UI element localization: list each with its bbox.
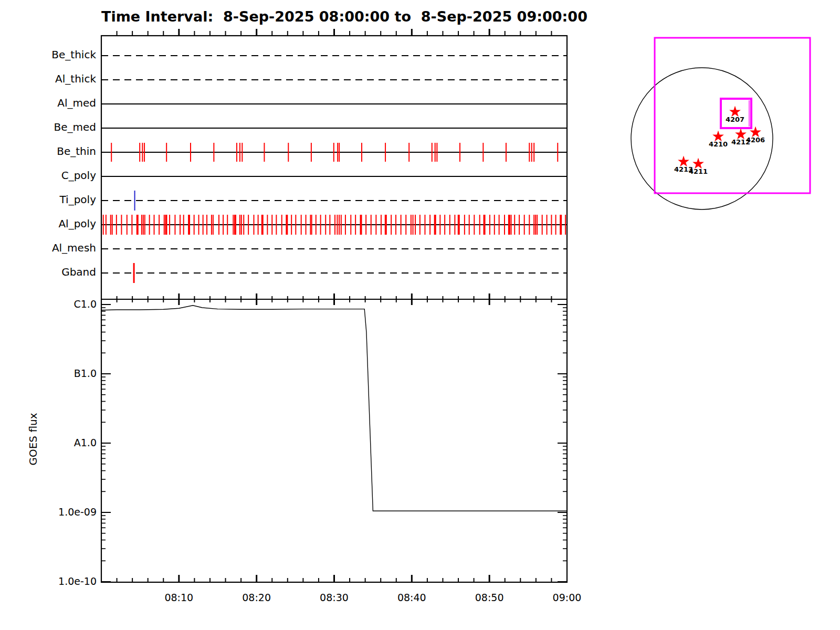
row-label-al_med: Al_med — [0, 97, 96, 109]
y-tick-label: B1.0 — [0, 368, 97, 380]
row-label-al_thick: Al_thick — [0, 73, 96, 85]
row-label-ti_poly: Ti_poly — [0, 194, 96, 206]
active-region-label-4207: 4207 — [720, 116, 750, 124]
screenshot-root: Time Interval: 8-Sep-2025 08:00:00 to 8-… — [0, 0, 840, 630]
y-tick-label: C1.0 — [0, 299, 97, 310]
x-tick-label: 08:30 — [311, 592, 358, 604]
row-label-al_mesh: Al_mesh — [0, 242, 96, 254]
y-tick-label: A1.0 — [0, 437, 97, 449]
row-label-be_thick: Be_thick — [0, 49, 96, 61]
row-label-gband: Gband — [0, 266, 96, 278]
y-tick-label: 1.0e-10 — [0, 576, 97, 587]
x-tick-label: 08:20 — [233, 592, 280, 604]
x-tick-label: 09:00 — [543, 592, 591, 604]
row-label-al_poly: Al_poly — [0, 218, 96, 230]
plot-canvas — [0, 0, 840, 630]
active-region-label-4211: 4211 — [684, 168, 713, 176]
x-tick-label: 08:40 — [388, 592, 435, 604]
row-label-be_med: Be_med — [0, 121, 96, 133]
row-label-be_thin: Be_thin — [0, 145, 96, 158]
active-region-label-4206: 4206 — [741, 136, 770, 144]
goes-flux-curve — [101, 306, 567, 511]
x-tick-label: 08:50 — [466, 592, 513, 604]
x-tick-label: 08:10 — [155, 592, 203, 604]
y-tick-label: 1.0e-09 — [0, 507, 97, 518]
row-label-c_poly: C_poly — [0, 170, 96, 182]
